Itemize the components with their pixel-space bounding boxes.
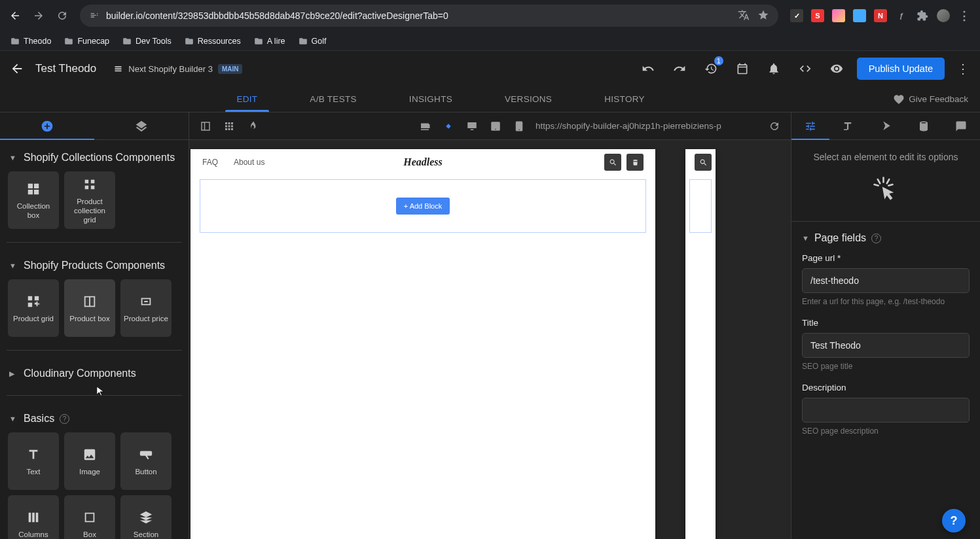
nav-link-faq[interactable]: FAQ [202,158,218,167]
chevron-down-icon: ▼ [9,262,18,270]
options-tab[interactable] [791,113,829,139]
component-product-price[interactable]: Product price [120,279,172,337]
left-sidebar: ▼ Shopify Collections Components Collect… [0,113,189,539]
extension-icon[interactable] [832,9,845,22]
site-logo[interactable]: Headless [403,156,443,168]
component-product-collection-grid[interactable]: Product collection grid [64,171,115,229]
component-text[interactable]: Text [8,432,59,490]
section-shopify-collections[interactable]: ▼ Shopify Collections Components [7,144,182,170]
browser-menu-icon[interactable]: ⋮ [958,9,971,22]
component-image[interactable]: Image [64,432,115,490]
browser-back-button[interactable] [5,6,25,26]
tab-abtests[interactable]: A/B TESTS [283,86,382,112]
style-tab[interactable] [829,113,867,139]
description-label: Description [802,383,970,392]
insert-tab[interactable] [0,113,94,139]
select-element-icon [872,175,899,203]
refresh-preview-button[interactable] [765,116,784,136]
browser-forward-button[interactable] [29,6,48,26]
section-cloudinary[interactable]: ▶ Cloudinary Components [7,360,182,386]
version-history-button[interactable]: 1 [700,58,722,80]
canvas-viewport[interactable]: FAQ About us Headless + Add Block [189,140,791,539]
bookmark-item[interactable]: Ressources [179,34,246,48]
preview-frame-mobile[interactable] [685,149,716,539]
help-icon[interactable]: ? [871,234,881,243]
model-context[interactable]: Next Shopify Builder 3 MAIN [113,64,242,74]
nav-link-about[interactable]: About us [234,158,264,167]
profile-avatar[interactable] [937,9,950,22]
chat-tab[interactable] [942,113,980,139]
notifications-button[interactable] [763,58,785,80]
cart-icon[interactable] [626,154,644,171]
component-button[interactable]: Button [120,432,172,490]
extension-icon[interactable]: ✓ [790,9,803,22]
section-shopify-products[interactable]: ▼ Shopify Products Components [7,252,182,278]
back-button[interactable] [8,60,26,78]
browser-reload-button[interactable] [52,6,72,26]
tab-history[interactable]: HISTORY [578,86,671,112]
section-basics[interactable]: ▼ Basics ? [7,405,182,431]
empty-content-block[interactable]: + Add Block [200,179,646,233]
code-button[interactable] [794,58,816,80]
more-options-button[interactable]: ⋮ [954,61,972,77]
description-input[interactable] [802,398,970,423]
tab-edit[interactable]: EDIT [210,86,283,112]
browser-url-bar[interactable]: builder.io/content/329853dbbdbb45b58d8da… [80,5,778,27]
component-box[interactable]: Box [64,495,115,539]
component-collection-box[interactable]: Collection box [8,171,59,229]
responsive-button[interactable] [415,116,435,136]
url-text: builder.io/content/329853dbbdbb45b58d8da… [106,10,448,21]
bookmark-item[interactable]: Theodo [5,34,56,48]
publish-button[interactable]: Publish Update [857,58,945,80]
help-fab-button[interactable]: ? [942,509,966,532]
redo-button[interactable] [668,58,691,80]
add-block-button[interactable]: + Add Block [396,198,450,215]
component-product-box[interactable]: Product box [64,279,115,337]
search-icon[interactable] [695,154,712,171]
page-url-hint: Enter a url for this page, e.g. /test-th… [802,297,970,306]
desktop-button[interactable] [462,116,482,136]
extension-icon[interactable]: S [811,9,824,22]
page-fields-header[interactable]: ▼ Page fields ? [802,232,970,244]
translate-icon[interactable] [738,9,750,23]
grid-icon [81,175,99,194]
animate-tab[interactable] [867,113,905,139]
schedule-button[interactable] [731,58,753,80]
empty-selection-message: Select an element to edit its options [802,152,970,162]
bookmark-item[interactable]: Golf [293,34,332,48]
preview-frame-desktop[interactable]: FAQ About us Headless + Add Block [191,149,655,539]
component-product-grid[interactable]: Product grid [8,279,59,337]
give-feedback-button[interactable]: Give Feedback [881,86,980,112]
bookmark-item[interactable]: A lire [249,34,291,48]
right-sidebar-tabs [791,113,980,140]
bookmark-item[interactable]: Dev Tools [117,34,177,48]
desktop-wide-button[interactable] [439,116,458,136]
site-settings-icon[interactable] [89,10,100,21]
layout-panel-button[interactable] [196,116,215,136]
bookmark-item[interactable]: Funecap [59,34,115,48]
tablet-button[interactable] [486,116,505,136]
bookmark-star-icon[interactable] [757,9,769,23]
preview-url[interactable]: https://shopify-builder-aj0hizp1h-pierre… [535,121,758,131]
component-columns[interactable]: Columns [8,495,59,539]
app-header: Test Theodo Next Shopify Builder 3 MAIN … [0,51,980,86]
extension-icon[interactable] [853,9,866,22]
grid-toggle-button[interactable] [219,116,239,136]
layers-tab[interactable] [94,113,189,139]
mobile-button[interactable] [509,116,529,136]
component-section[interactable]: Section [120,495,172,539]
search-icon[interactable] [604,154,621,171]
title-input[interactable] [802,333,970,358]
undo-button[interactable] [637,58,659,80]
heatmap-button[interactable] [243,116,263,136]
help-icon[interactable]: ? [60,414,69,424]
description-hint: SEO page description [802,426,970,436]
preview-button[interactable] [826,58,848,80]
data-tab[interactable] [905,113,943,139]
extensions-menu-icon[interactable] [916,9,929,22]
tab-versions[interactable]: VERSIONS [479,86,578,112]
extension-icon[interactable]: ƒ [895,9,908,22]
page-url-input[interactable] [802,268,970,293]
extension-icon[interactable]: N [874,9,887,22]
tab-insights[interactable]: INSIGHTS [383,86,479,112]
